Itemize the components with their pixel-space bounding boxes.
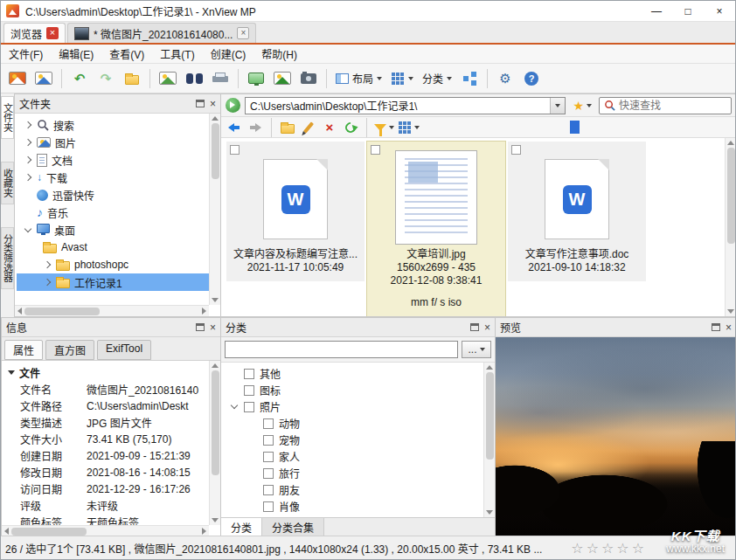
chevron-right-icon[interactable]	[24, 121, 31, 128]
category-checkbox[interactable]	[263, 485, 274, 495]
address-dropdown-button[interactable]	[550, 98, 565, 114]
folder-item-photoshopc[interactable]: photoshopc	[17, 256, 209, 273]
folder-item-work-record-selected[interactable]: 工作记录1	[17, 273, 209, 291]
category-item[interactable]: 花卉	[225, 515, 483, 517]
go-icon[interactable]	[226, 98, 240, 113]
close-button[interactable]: ×	[704, 1, 735, 21]
quick-search-input[interactable]	[619, 100, 715, 112]
slideshow-button[interactable]	[244, 66, 268, 91]
scroll-up-icon[interactable]	[212, 363, 219, 368]
category-dropdown[interactable]: 分类	[419, 66, 455, 91]
category-item-photos[interactable]: 照片	[225, 398, 483, 415]
file-checkbox[interactable]	[371, 145, 380, 155]
folder-item-music[interactable]: ♪ 音乐	[17, 204, 209, 221]
folder-item-xunlei[interactable]: 迅雷快传	[17, 186, 209, 204]
undock-panel-icon[interactable]	[712, 323, 720, 331]
folder-item-search[interactable]: 搜索	[17, 116, 209, 134]
category-checkbox[interactable]	[263, 435, 274, 446]
info-vertical-scrollbar[interactable]	[209, 361, 220, 525]
refresh-button[interactable]	[342, 119, 359, 136]
scroll-up-icon[interactable]	[212, 116, 219, 121]
batch-convert-button[interactable]	[270, 66, 295, 91]
category-checkbox[interactable]	[244, 402, 254, 412]
quick-search-box[interactable]	[599, 97, 732, 114]
favorites-button[interactable]: ★	[570, 99, 594, 113]
folder-item-pictures[interactable]: 图片	[17, 134, 209, 151]
tab-close-icon[interactable]: ×	[237, 27, 249, 39]
sidebar-tab-category-filter[interactable]: 分类筛选器	[1, 227, 14, 289]
tab-histogram[interactable]: 直方图	[45, 340, 94, 360]
category-item[interactable]: 肖像	[225, 498, 483, 515]
view-image-button[interactable]	[31, 66, 56, 91]
scroll-up-icon[interactable]	[486, 365, 493, 370]
layout-dropdown[interactable]: 布局	[332, 66, 385, 91]
chevron-right-icon[interactable]	[44, 279, 51, 286]
category-item[interactable]: 家人	[225, 448, 483, 465]
file-item-selected[interactable]: 文章培训.jpg 1560x2699 - 435 2021-12-08 9:38…	[367, 142, 505, 316]
workflow-button[interactable]	[457, 66, 482, 91]
thumbnail-size-slider[interactable]	[570, 121, 580, 134]
folder-item-avast[interactable]: Avast	[17, 239, 209, 256]
forward-button[interactable]	[246, 119, 264, 136]
close-panel-icon[interactable]: ×	[726, 322, 732, 333]
sidebar-tab-folders[interactable]: 文件夹	[1, 96, 14, 139]
scroll-down-icon[interactable]	[212, 518, 219, 522]
tab-image[interactable]: * 微信图片_2021081614080... ×	[67, 23, 256, 43]
close-panel-icon[interactable]: ×	[210, 99, 216, 109]
chevron-down-icon[interactable]	[231, 402, 238, 409]
thumbnail-view-dropdown[interactable]	[398, 119, 420, 136]
menu-tools[interactable]: 工具(T)	[152, 45, 202, 63]
tab-categories[interactable]: 分类	[221, 518, 262, 536]
category-checkbox[interactable]	[263, 468, 274, 479]
category-checkbox[interactable]	[263, 418, 274, 429]
view-mode-dropdown[interactable]	[387, 66, 417, 91]
tab-close-icon[interactable]: ×	[46, 27, 59, 39]
folders-horizontal-scrollbar[interactable]	[15, 305, 209, 316]
minimize-button[interactable]: —	[641, 1, 672, 21]
folder-item-downloads[interactable]: ↓ 下载	[17, 169, 209, 186]
category-item[interactable]: 动物	[225, 415, 483, 432]
edit-button[interactable]	[300, 119, 317, 136]
scrollbar-thumb[interactable]	[486, 372, 494, 460]
scroll-right-icon[interactable]	[202, 308, 206, 315]
scroll-left-icon[interactable]	[17, 308, 22, 315]
category-item[interactable]: 旅行	[225, 465, 483, 481]
scrollbar-thumb[interactable]	[212, 370, 219, 475]
maximize-button[interactable]: □	[672, 1, 704, 21]
scroll-left-icon[interactable]	[4, 528, 9, 535]
chevron-right-icon[interactable]	[24, 174, 31, 181]
scrollbar-thumb[interactable]	[727, 148, 735, 244]
menu-file[interactable]: 文件(F)	[1, 45, 51, 63]
tab-browser[interactable]: 浏览器 ×	[3, 23, 66, 43]
close-panel-icon[interactable]: ×	[484, 322, 490, 333]
scroll-down-icon[interactable]	[486, 510, 493, 515]
scrollbar-thumb[interactable]	[24, 308, 100, 315]
category-more-button[interactable]: ...	[462, 341, 491, 358]
back-button[interactable]	[226, 119, 243, 136]
undo-button[interactable]: ↶	[67, 66, 92, 91]
undock-panel-icon[interactable]	[196, 323, 205, 331]
chevron-right-icon[interactable]	[24, 139, 31, 146]
settings-button[interactable]: ⚙	[493, 66, 517, 91]
file-item[interactable]: W 文章写作注意事项.doc 2021-09-10 14:18:32	[508, 142, 646, 281]
sidebar-tab-favorites[interactable]: 收藏夹	[1, 162, 14, 204]
category-checkbox[interactable]	[244, 369, 254, 379]
chevron-right-icon[interactable]	[44, 261, 51, 268]
open-folder-button[interactable]	[120, 66, 144, 91]
category-checkbox[interactable]	[263, 452, 274, 462]
category-item[interactable]: 朋友	[225, 481, 483, 498]
address-combobox[interactable]: C:\Users\admin\Desktop\工作记录1\	[245, 97, 566, 114]
menu-create[interactable]: 创建(C)	[203, 45, 254, 63]
file-checkbox[interactable]	[230, 145, 240, 155]
close-panel-icon[interactable]: ×	[210, 322, 216, 333]
folders-vertical-scrollbar[interactable]	[209, 114, 220, 305]
chevron-right-icon[interactable]	[24, 156, 31, 163]
scrollbar-thumb[interactable]	[11, 528, 87, 536]
undock-panel-icon[interactable]	[196, 100, 205, 107]
scrollbar-thumb[interactable]	[212, 123, 219, 179]
scroll-right-icon[interactable]	[202, 528, 206, 535]
print-button[interactable]	[208, 66, 233, 91]
scroll-down-icon[interactable]	[727, 309, 734, 314]
folder-item-documents[interactable]: 文档	[17, 151, 209, 169]
category-search-input[interactable]	[225, 341, 458, 358]
